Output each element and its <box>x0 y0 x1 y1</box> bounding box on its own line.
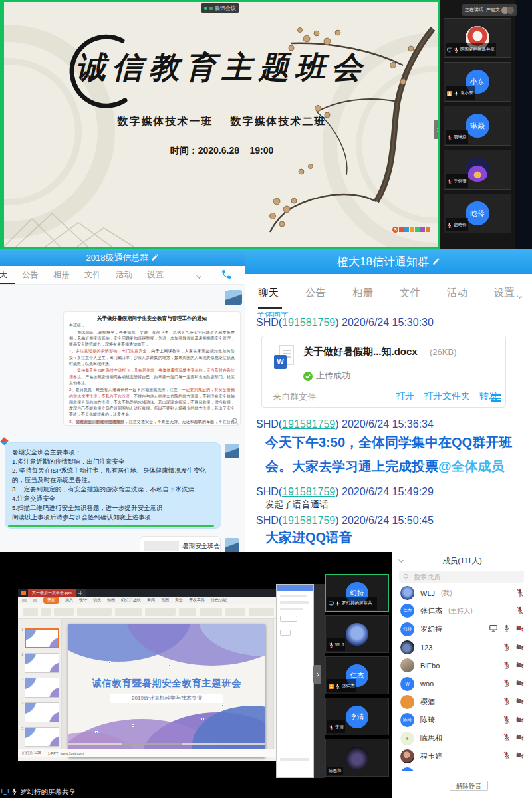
slide-thumbnail[interactable]: 1 <box>19 628 61 648</box>
chat-tab[interactable]: 聊天 <box>258 286 279 300</box>
chat-tab[interactable]: 活动 <box>116 269 132 281</box>
member-row[interactable]: W woo <box>392 674 532 692</box>
qq-number-link[interactable]: 191581759 <box>282 418 335 430</box>
camera-off-icon[interactable] <box>516 696 524 708</box>
magnifier-icon[interactable] <box>231 416 239 428</box>
member-row[interactable]: 程玉婷 <box>392 747 532 765</box>
mic-muted-icon[interactable] <box>503 678 511 690</box>
camera-off-icon[interactable] <box>516 642 524 654</box>
mic-icon[interactable] <box>503 623 511 635</box>
participant-tile[interactable]: 琳焱 项琳焱 <box>444 106 511 146</box>
new-tab-button[interactable] <box>76 589 86 597</box>
mic-muted-icon[interactable] <box>503 732 511 744</box>
current-slide[interactable]: 诚信教育暨暑期安全教育主题班会 2019级计算机科学与技术专业 <box>68 624 265 757</box>
mic-muted-icon[interactable] <box>503 642 511 654</box>
more-actions-icon[interactable] <box>491 394 501 402</box>
mic-muted-icon[interactable] <box>503 660 511 672</box>
chat-tab[interactable]: 公告 <box>305 286 326 300</box>
chevron-down-icon[interactable] <box>398 557 404 563</box>
chat-tab[interactable]: 文件 <box>400 286 420 300</box>
avatar[interactable] <box>225 538 239 552</box>
wps-toolbar[interactable] <box>18 604 315 619</box>
member-row[interactable]: 123 <box>392 638 532 656</box>
panel-collapse-handle[interactable] <box>434 120 440 139</box>
video-tile[interactable]: 陈思和 <box>325 739 389 777</box>
voice-call-icon[interactable] <box>221 269 232 280</box>
camera-off-icon[interactable] <box>516 678 524 690</box>
menu-item-active[interactable]: 开始 <box>43 597 59 604</box>
slide-thumbnail[interactable]: 3 <box>19 678 61 698</box>
camera-off-icon[interactable] <box>516 660 524 672</box>
chat-tab[interactable]: 设置 <box>494 286 515 300</box>
edit-title-icon[interactable] <box>151 252 158 264</box>
mic-muted-icon[interactable] <box>516 605 524 617</box>
qq-number-link[interactable]: 191581759 <box>282 486 335 497</box>
menu-item[interactable]: 安全 <box>175 597 183 603</box>
member-row[interactable]: 陈琦 陈琦 <box>392 711 532 729</box>
menu-item[interactable]: 审阅 <box>147 597 155 603</box>
camera-off-icon[interactable] <box>516 623 524 635</box>
chat-tab[interactable]: 相册 <box>352 286 373 300</box>
slide-thumbnail[interactable]: 4 <box>19 702 61 722</box>
avatar[interactable] <box>227 290 242 305</box>
horizontal-scrollbar[interactable] <box>68 743 265 745</box>
avatar[interactable] <box>225 444 239 458</box>
chat-tab[interactable]: 聊天 <box>0 269 7 281</box>
file-action-link[interactable]: 打开 <box>396 390 414 402</box>
quoted-message-bubble[interactable]: 暑期安全班会主要事项... <box>140 536 221 552</box>
file-tab[interactable]: 大一最后一次班会.pptx <box>28 589 76 597</box>
menu-item[interactable]: 插入 <box>65 597 73 603</box>
participant-tile[interactable]: 阿陶瓷的屏幕共享 <box>444 18 511 58</box>
menu-item[interactable]: 切换 <box>93 597 101 603</box>
menu-item[interactable]: 动画 <box>107 597 115 603</box>
menu-item[interactable]: 特色功能 <box>211 597 227 603</box>
slide-thumbnail[interactable]: 5 <box>19 727 61 747</box>
member-row[interactable] <box>392 765 532 771</box>
mic-muted-icon[interactable] <box>516 587 524 599</box>
chat-tab[interactable]: 文件 <box>84 269 101 281</box>
file-message-card[interactable]: W 关于做好暑假期...知.docx (26KB) 上传成功 来自群文件 打开打… <box>261 336 506 408</box>
overlay-button[interactable] <box>280 616 297 622</box>
menu-glyph[interactable] <box>33 598 37 602</box>
member-row[interactable]: 樱酒 <box>392 693 532 711</box>
menu-item[interactable]: 设计 <box>79 597 87 603</box>
member-row[interactable]: WLJ (我) <box>392 584 532 602</box>
video-tile[interactable]: 李清 李清 <box>325 698 389 735</box>
participant-tile[interactable]: 小东 袁小东 <box>444 62 511 102</box>
slide-thumbnail[interactable]: 2 <box>19 653 61 673</box>
menu-item[interactable]: 幻灯片放映 <box>121 597 141 603</box>
search-input[interactable] <box>412 573 520 581</box>
panel-collapse-handle[interactable] <box>313 665 321 684</box>
video-tile[interactable]: WLJ <box>325 615 389 653</box>
chat-tab[interactable]: 活动 <box>447 286 467 300</box>
chat-tab[interactable]: 设置 <box>147 269 164 281</box>
camera-off-icon[interactable] <box>516 732 524 744</box>
member-row[interactable]: 仁杰 张仁杰 (主持人) <box>392 602 532 620</box>
qq-number-link[interactable]: 191581759 <box>282 515 335 526</box>
participant-tile[interactable]: 晗伶 赵晗伶 <box>444 194 511 233</box>
mic-muted-icon[interactable] <box>503 750 511 762</box>
chat-tab[interactable]: 相册 <box>53 269 70 281</box>
member-row[interactable]: BiEbo <box>392 656 532 674</box>
member-search-box[interactable] <box>399 571 524 583</box>
qq-number-link[interactable]: 191581759 <box>282 317 335 328</box>
notice-document-bubble[interactable]: 关于做好暑假期间学生安全教育与管理工作的通知各班级： 期末临近，暑期将至，各类溺… <box>63 311 241 426</box>
file-action-link[interactable]: 打开文件夹 <box>424 390 470 402</box>
menu-item[interactable]: 开发工具 <box>189 597 205 603</box>
camera-off-icon[interactable] <box>516 714 524 726</box>
mic-muted-icon[interactable] <box>503 696 511 708</box>
menu-item[interactable]: 视图 <box>161 597 169 603</box>
mention-all-link[interactable]: @全体成员 <box>438 459 505 473</box>
mic-muted-icon[interactable] <box>503 714 511 726</box>
video-tile[interactable]: 幻持 罗幻持的屏幕共... <box>325 574 389 612</box>
safety-summary-bubble[interactable]: 暑期安全班会主要事项：1.多注意近期的疫情影响，出门注意安全2. 坚持每天在IS… <box>5 443 221 528</box>
menu-glyph[interactable] <box>22 598 27 602</box>
participant-tile[interactable]: 李俊珊 <box>444 150 511 190</box>
member-row[interactable]: ♣ 陈思和 <box>392 729 532 747</box>
video-tile[interactable]: 仁杰 张仁杰 <box>325 656 389 694</box>
chat-tab[interactable]: 公告 <box>22 269 39 281</box>
overlay-button[interactable] <box>280 630 291 636</box>
edit-title-icon[interactable] <box>432 256 440 268</box>
camera-off-icon[interactable] <box>516 750 524 762</box>
member-row[interactable]: 幻持 罗幻持 <box>392 620 532 638</box>
